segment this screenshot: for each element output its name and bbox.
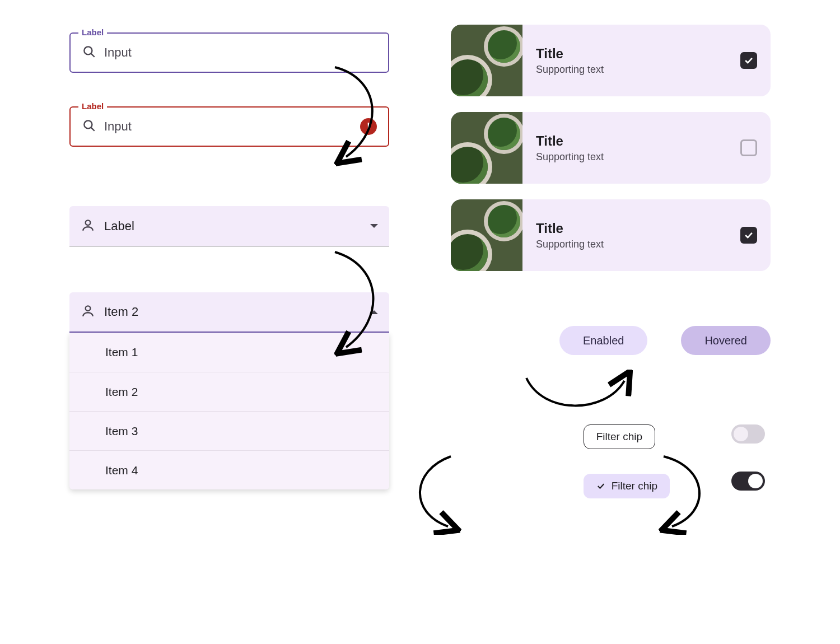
- list-card[interactable]: Title Supporting text: [451, 112, 771, 184]
- filter-chip-outlined[interactable]: Filter chip: [584, 424, 655, 449]
- dropdown-menu-item[interactable]: Item 4: [69, 450, 389, 489]
- dropdown-menu-item[interactable]: Item 3: [69, 411, 389, 450]
- dropdown-label: Label: [104, 219, 361, 234]
- svg-point-4: [86, 220, 91, 225]
- list-card[interactable]: Title Supporting text: [451, 25, 771, 96]
- dropdown-selected-label: Item 2: [104, 305, 361, 319]
- error-icon: !: [360, 118, 377, 135]
- checkbox-unchecked[interactable]: [740, 139, 757, 156]
- list-card-title: Title: [536, 46, 727, 62]
- dropdown-menu: Item 1 Item 2 Item 3 Item 4: [69, 333, 389, 489]
- dropdown-menu-item[interactable]: Item 1: [69, 333, 389, 372]
- text-field[interactable]: Label Input: [69, 32, 389, 73]
- switch-on[interactable]: [731, 472, 765, 491]
- filter-chip-selected[interactable]: Filter chip: [584, 474, 670, 498]
- filter-chip-label: Filter chip: [612, 480, 657, 492]
- svg-point-2: [84, 120, 92, 128]
- checkbox-checked[interactable]: [740, 52, 757, 69]
- check-icon: [596, 481, 606, 491]
- search-icon: [82, 44, 96, 61]
- list-card-title: Title: [536, 221, 727, 236]
- list-card-thumbnail: [451, 25, 522, 96]
- button-enabled[interactable]: Enabled: [559, 326, 647, 355]
- chevron-down-icon: [370, 224, 378, 228]
- list-card-thumbnail: [451, 112, 522, 184]
- checkbox-checked[interactable]: [740, 227, 757, 244]
- person-icon: [81, 304, 95, 320]
- svg-point-5: [86, 306, 91, 311]
- text-field-label: Label: [78, 27, 107, 37]
- person-icon: [81, 218, 95, 235]
- list-card-thumbnail: [451, 199, 522, 271]
- svg-line-1: [91, 54, 95, 57]
- list-card[interactable]: Title Supporting text: [451, 199, 771, 271]
- search-icon: [82, 118, 96, 135]
- text-field-error[interactable]: Label Input !: [69, 106, 389, 147]
- text-field-input[interactable]: Input: [104, 45, 377, 60]
- list-card-supporting-text: Supporting text: [536, 151, 727, 163]
- chevron-up-icon: [370, 310, 378, 314]
- text-field-label: Label: [78, 101, 107, 111]
- list-card-supporting-text: Supporting text: [536, 239, 727, 250]
- dropdown-open[interactable]: Item 2: [69, 292, 389, 333]
- filter-chip-label: Filter chip: [596, 431, 642, 443]
- text-field-input[interactable]: Input: [104, 119, 352, 134]
- list-card-supporting-text: Supporting text: [536, 64, 727, 76]
- list-card-title: Title: [536, 133, 727, 149]
- svg-point-0: [84, 46, 92, 54]
- svg-line-3: [91, 128, 95, 131]
- button-hovered[interactable]: Hovered: [681, 326, 771, 355]
- dropdown-closed[interactable]: Label: [69, 206, 389, 246]
- dropdown-menu-item[interactable]: Item 2: [69, 372, 389, 411]
- switch-off[interactable]: [731, 424, 765, 444]
